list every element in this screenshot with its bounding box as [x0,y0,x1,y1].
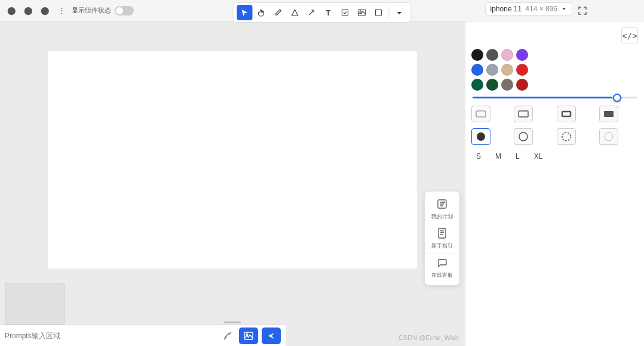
window-minimize-btn[interactable]: ⬤ [22,4,35,17]
expand-handle [224,322,241,323]
stroke-slider[interactable] [473,97,637,98]
size-l-btn[interactable]: L [511,151,525,162]
expand-hint[interactable] [223,321,241,323]
tool-pen-btn[interactable] [271,5,286,20]
canvas-area: − 50% + [0,21,465,346]
svg-point-6 [246,333,248,335]
svg-rect-4 [376,10,382,16]
tool-arrow-btn[interactable] [304,5,320,20]
border-circle-outline[interactable] [514,128,533,145]
window-maximize-btn[interactable]: ⬤ [38,4,51,17]
show-status-toggle[interactable] [115,6,134,16]
stroke-slider-row [471,97,638,98]
device-name: iphone 11 [490,5,522,13]
tool-select-btn[interactable] [237,5,253,20]
support-icon [437,257,447,270]
size-xl-btn[interactable]: XL [529,151,548,162]
fullscreen-icon [578,6,587,16]
shape-rect-medium[interactable] [514,106,533,122]
shape-grid [471,106,638,122]
color-swatch-black[interactable] [471,49,483,61]
border-grid [471,128,638,145]
guide-label: 新手指引 [431,243,453,249]
svg-rect-8 [519,111,528,117]
device-selector[interactable]: iphone 11 414 × 896 [485,2,572,16]
shape-rect-thin[interactable] [471,106,490,122]
tool-text-btn[interactable]: T [321,5,336,20]
svg-rect-7 [476,111,486,117]
svg-rect-10 [604,111,614,117]
color-swatch-darkgray[interactable] [486,49,498,61]
canvas-thumbnail [5,283,65,325]
tool-more-btn[interactable] [392,5,407,20]
top-toolbar: ⬤ ⬤ ⬤ ⋮ 显示组件状态 T [0,0,644,21]
prompt-expand-btn[interactable] [220,328,235,344]
toolbar-left: ⬤ ⬤ ⬤ ⋮ 显示组件状态 [5,4,134,17]
color-grid [471,49,638,91]
color-swatch-pink[interactable] [501,49,513,61]
tool-hand-btn[interactable] [254,5,269,20]
tool-checkbox-btn[interactable] [338,5,353,20]
svg-point-3 [360,11,361,12]
support-btn[interactable]: 在线客服 [427,254,457,282]
window-close-btn[interactable]: ⬤ [5,4,18,17]
my-plan-label: 我的计划 [431,214,453,220]
prompt-bar [0,325,286,346]
prompt-image-btn[interactable] [239,328,258,344]
guide-btn[interactable]: 新手指引 [427,224,457,254]
shape-rect-thick[interactable] [557,106,576,122]
color-swatch-blue[interactable] [471,64,483,76]
right-float-panel: 我的计划 新手指引 在线客服 [424,191,460,286]
svg-point-13 [562,132,571,141]
canvas-white [48,51,417,268]
color-swatch-red[interactable] [516,64,528,76]
color-swatch-emerald[interactable] [471,79,483,91]
plan-icon [437,199,447,212]
svg-point-11 [477,132,485,141]
svg-rect-1 [342,10,348,16]
send-icon [266,331,276,341]
color-swatch-gray[interactable] [486,64,498,76]
expand-icon [223,332,232,340]
border-solid-fill[interactable] [471,128,490,145]
color-swatch-tan[interactable] [501,64,513,76]
center-tools: T [233,2,412,23]
prompt-input[interactable] [5,332,216,340]
border-dashed-outline[interactable] [557,128,576,145]
size-m-btn[interactable]: M [490,151,506,162]
color-swatch-crimson[interactable] [516,79,528,91]
fullscreen-btn[interactable] [576,4,589,17]
my-plan-btn[interactable]: 我的计划 [427,195,457,224]
device-dimensions: 414 × 896 [525,5,557,13]
svg-point-14 [605,132,613,141]
svg-point-12 [519,132,528,141]
slider-thumb [613,94,621,102]
window-more-btn[interactable]: ⋮ [55,4,68,17]
right-panel: </> [465,21,644,346]
color-swatch-purple[interactable] [516,49,528,61]
watermark: CSDN @Echo_Wish [398,334,459,341]
code-btn[interactable]: </> [621,27,638,44]
show-status-label: 显示组件状态 [72,6,111,15]
prompt-send-btn[interactable] [262,328,281,344]
border-thin-outline[interactable] [599,128,618,145]
tool-shape-btn[interactable] [287,5,303,20]
size-s-btn[interactable]: S [471,151,486,162]
svg-marker-0 [292,10,298,16]
color-swatch-brown[interactable] [501,79,513,91]
size-row: S M L XL [471,151,638,162]
svg-rect-5 [244,332,253,339]
tool-image-btn[interactable] [354,5,370,20]
chevron-down-icon [561,6,567,12]
support-label: 在线客服 [431,272,453,279]
guide-icon [437,228,447,241]
tool-rect-btn[interactable] [371,5,387,20]
tool-divider [389,7,390,18]
color-swatch-green[interactable] [486,79,498,91]
image-icon [244,331,253,341]
svg-rect-9 [562,112,571,116]
svg-rect-16 [438,228,446,238]
shape-rect-fill[interactable] [599,106,618,122]
